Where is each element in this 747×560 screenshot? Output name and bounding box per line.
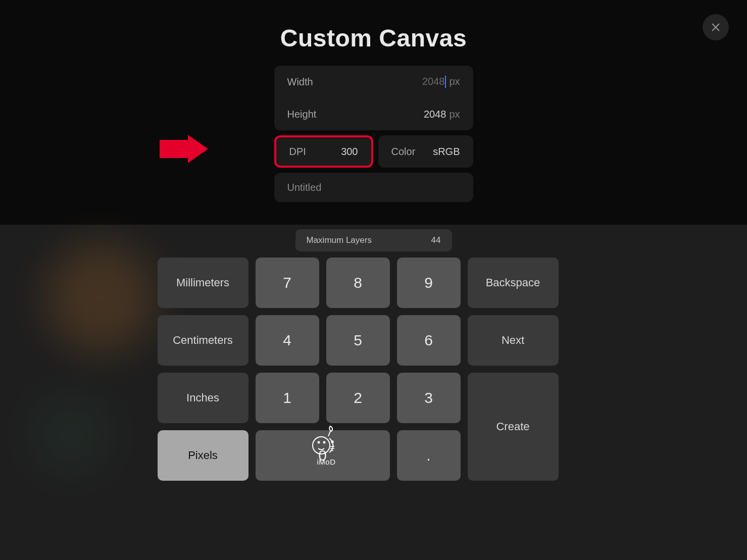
unit-inches-button[interactable]: Inches [158,373,248,423]
text-caret [445,76,446,88]
numkey-5[interactable]: 5 [326,315,390,366]
width-unit: px [449,76,460,87]
keypad: Millimeters 7 8 9 Backspace Centimeters … [158,258,590,481]
numkey-8[interactable]: 8 [326,258,390,308]
dpi-field[interactable]: DPI 300 [274,135,373,168]
numkey-7[interactable]: 7 [256,258,319,308]
numkey-2[interactable]: 2 [326,373,390,423]
maximum-layers-value: 44 [431,235,441,245]
canvas-name-input[interactable]: Untitled [274,173,473,202]
width-value-wrap: 2048px [422,76,460,88]
unit-millimeters-button[interactable]: Millimeters [158,258,248,308]
width-label: Width [287,76,313,88]
height-unit: px [449,109,460,120]
numkey-3[interactable]: 3 [397,373,461,423]
color-field[interactable]: Color sRGB [378,135,473,168]
color-label: Color [391,146,416,158]
next-button[interactable]: Next [468,315,559,366]
numkey-6[interactable]: 6 [397,315,461,366]
dimensions-card: Width 2048px Height 2048px [274,66,473,130]
numkey-1[interactable]: 1 [256,373,319,423]
height-value-wrap: 2048px [424,109,460,120]
width-value: 2048 [422,76,445,87]
maximum-layers-label: Maximum Layers [307,235,372,245]
blur-artifact [45,242,157,353]
color-value: sRGB [433,146,460,158]
height-value: 2048 [424,109,446,120]
height-label: Height [287,109,317,120]
create-button[interactable]: Create [468,373,559,481]
maximum-layers-readout: Maximum Layers 44 [295,229,452,251]
dpi-label: DPI [289,146,306,158]
numkey-4[interactable]: 4 [256,315,319,366]
canvas-name-placeholder: Untitled [287,182,322,193]
numkey-9[interactable]: 9 [397,258,461,308]
backspace-button[interactable]: Backspace [468,258,559,308]
height-field[interactable]: Height 2048px [274,98,473,130]
numkey-dot[interactable]: . [397,430,461,481]
canvas-fields: Width 2048px Height 2048px DPI 300 Color… [274,66,473,202]
dpi-value: 300 [341,146,358,158]
unit-centimeters-button[interactable]: Centimeters [158,315,248,366]
unit-pixels-button[interactable]: Pixels [158,430,248,481]
blur-artifact [30,394,111,475]
dpi-color-row: DPI 300 Color sRGB [274,135,473,168]
numkey-0[interactable]: 0 [256,430,390,481]
width-field[interactable]: Width 2048px [274,66,473,98]
dialog-title: Custom Canvas [0,24,747,52]
